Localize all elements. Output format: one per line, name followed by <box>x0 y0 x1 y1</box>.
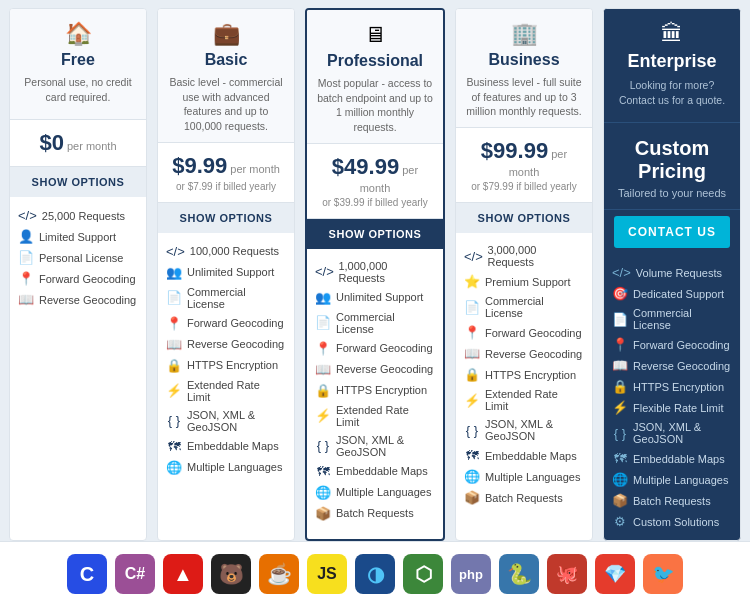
feature-icon: 📄 <box>612 312 628 327</box>
feature-text: Extended Rate Limit <box>485 388 584 412</box>
feature-icon: 🗺 <box>315 464 331 479</box>
feature-icon: ⚡ <box>166 383 182 398</box>
list-item: 📦Batch Requests <box>315 503 435 524</box>
list-item: 🌐Multiple Languages <box>612 469 732 490</box>
price-period-free: per month <box>64 140 117 152</box>
price-period-basic: per month <box>227 163 280 175</box>
list-item: ⚡Extended Rate Limit <box>166 376 286 406</box>
feature-text: Multiple Languages <box>336 486 431 498</box>
feature-icon: 📄 <box>464 300 480 315</box>
plan-price-section-basic: $9.99 per monthor $7.99 if billed yearly <box>158 143 294 203</box>
feature-icon: </> <box>612 265 631 280</box>
feature-icon: ⚡ <box>315 408 331 423</box>
feature-text: Volume Requests <box>636 267 722 279</box>
contact-us-button[interactable]: CONTACT US <box>614 216 730 248</box>
list-item: 📖Reverse Geocoding <box>315 359 435 380</box>
price-main-professional: $49.99 <box>332 154 399 179</box>
feature-text: Commercial License <box>187 286 286 310</box>
feature-text: Multiple Languages <box>485 471 580 483</box>
feature-text: 3,000,000 Requests <box>487 244 584 268</box>
logo-java: ☕ <box>259 554 299 594</box>
feature-text: Embeddable Maps <box>336 465 428 477</box>
feature-text: Commercial License <box>633 307 732 331</box>
list-item: 📦Batch Requests <box>464 487 584 508</box>
list-item: 🌐Multiple Languages <box>315 482 435 503</box>
feature-text: Reverse Geocoding <box>633 360 730 372</box>
list-item: 📄Commercial License <box>612 304 732 334</box>
plan-price-section-professional: $49.99 per monthor $39.99 if billed year… <box>307 144 443 219</box>
list-item: </>Volume Requests <box>612 262 732 283</box>
list-item: 📍Forward Geocoding <box>464 322 584 343</box>
feature-icon: 📦 <box>612 493 628 508</box>
show-options-button-free[interactable]: SHOW OPTIONS <box>10 167 146 197</box>
list-item: ⚙Custom Solutions <box>612 511 732 532</box>
feature-icon: 🌐 <box>315 485 331 500</box>
price-alt-professional: or $39.99 if billed yearly <box>317 197 433 208</box>
plan-description-enterprise: Looking for more? Contact us for a quote… <box>614 78 730 114</box>
features-list-basic: </>100,000 Requests👥Unlimited Support📄Co… <box>158 233 294 486</box>
plan-description-business: Business level - full suite of features … <box>466 75 582 119</box>
feature-text: 1,000,000 Requests <box>338 260 435 284</box>
show-options-button-professional[interactable]: SHOW OPTIONS <box>307 219 443 249</box>
plan-header-professional: 🖥ProfessionalMost popular - access to ba… <box>307 10 443 144</box>
feature-icon: 📖 <box>18 292 34 307</box>
plans-container: 🏠FreePersonal use, no credit card requir… <box>0 0 750 541</box>
feature-text: Multiple Languages <box>187 461 282 473</box>
contact-btn-wrapper: CONTACT US <box>604 216 740 254</box>
list-item: 🌐Multiple Languages <box>166 457 286 478</box>
language-logos: CC#▲🐻☕JS◑⬡php🐍🐙💎🐦 <box>0 541 750 606</box>
logo-js: JS <box>307 554 347 594</box>
list-item: 📍Forward Geocoding <box>612 334 732 355</box>
list-item: 📖Reverse Geocoding <box>166 334 286 355</box>
feature-icon: 🗺 <box>464 448 480 463</box>
list-item: { }JSON, XML & GeoJSON <box>464 415 584 445</box>
plan-header-free: 🏠FreePersonal use, no credit card requir… <box>10 9 146 120</box>
list-item: 🗺Embeddable Maps <box>166 436 286 457</box>
feature-icon: 📄 <box>315 315 331 330</box>
list-item: 👤Limited Support <box>18 226 138 247</box>
feature-icon: 👥 <box>315 290 331 305</box>
list-item: </>3,000,000 Requests <box>464 241 584 271</box>
feature-text: JSON, XML & GeoJSON <box>485 418 584 442</box>
plan-card-business: 🏢BusinessBusiness level - full suite of … <box>455 8 593 541</box>
list-item: 👥Unlimited Support <box>315 287 435 308</box>
logo-crescent: ◑ <box>355 554 395 594</box>
logo-python: 🐍 <box>499 554 539 594</box>
plan-description-professional: Most popular - access to batch endpoint … <box>317 76 433 135</box>
logo-swift: 🐦 <box>643 554 683 594</box>
logo-c: C <box>67 554 107 594</box>
feature-icon: 🌐 <box>464 469 480 484</box>
feature-text: Multiple Languages <box>633 474 728 486</box>
feature-text: Custom Solutions <box>633 516 719 528</box>
feature-text: 100,000 Requests <box>190 245 279 257</box>
feature-text: Reverse Geocoding <box>187 338 284 350</box>
list-item: ⚡Extended Rate Limit <box>315 401 435 431</box>
plan-header-enterprise: 🏛EnterpriseLooking for more? Contact us … <box>604 9 740 123</box>
logo-go: 🐻 <box>211 554 251 594</box>
feature-icon: </> <box>464 249 482 264</box>
plan-description-basic: Basic level - commercial use with advanc… <box>168 75 284 134</box>
list-item: </>1,000,000 Requests <box>315 257 435 287</box>
feature-text: Reverse Geocoding <box>336 363 433 375</box>
logo-ruby: 💎 <box>595 554 635 594</box>
list-item: 🔒HTTPS Encryption <box>315 380 435 401</box>
feature-text: Batch Requests <box>485 492 563 504</box>
feature-icon: 📄 <box>166 290 182 305</box>
feature-text: Reverse Geocoding <box>39 294 136 306</box>
list-item: 📄Commercial License <box>464 292 584 322</box>
feature-text: Reverse Geocoding <box>485 348 582 360</box>
feature-text: HTTPS Encryption <box>633 381 724 393</box>
logo-node: ⬡ <box>403 554 443 594</box>
plan-name-professional: Professional <box>317 52 433 70</box>
plan-description-free: Personal use, no credit card required. <box>20 75 136 111</box>
features-list-professional: </>1,000,000 Requests👥Unlimited Support📄… <box>307 249 443 532</box>
show-options-button-business[interactable]: SHOW OPTIONS <box>456 203 592 233</box>
plan-card-free: 🏠FreePersonal use, no credit card requir… <box>9 8 147 541</box>
list-item: 📍Forward Geocoding <box>18 268 138 289</box>
show-options-button-basic[interactable]: SHOW OPTIONS <box>158 203 294 233</box>
list-item: 🎯Dedicated Support <box>612 283 732 304</box>
plan-header-basic: 💼BasicBasic level - commercial use with … <box>158 9 294 143</box>
feature-icon: 📍 <box>166 316 182 331</box>
features-list-business: </>3,000,000 Requests⭐Premium Support📄Co… <box>456 233 592 516</box>
feature-icon: { } <box>166 413 182 428</box>
